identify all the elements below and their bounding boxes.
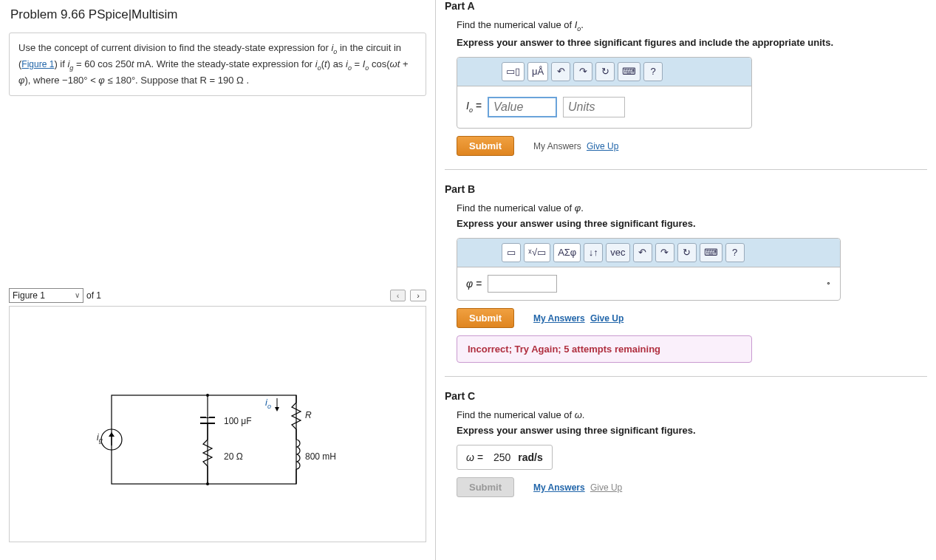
partC-answer-box: ω = 250 rad/s	[457, 445, 553, 470]
partB-prompt: Find the numerical value of φ.	[457, 202, 927, 214]
sqrt-button[interactable]: ᵡ√▭	[524, 243, 550, 262]
vec-button[interactable]: vec	[606, 243, 629, 262]
cap-label: 100 μF	[224, 416, 252, 426]
partC-eq-label: ω =	[466, 451, 483, 463]
svg-point-17	[206, 482, 209, 485]
redo-icon[interactable]: ↷	[573, 62, 592, 81]
figure-canvas: ig 100 μF 20 Ω io R 800 mH	[9, 306, 426, 542]
partB-instruction: Express your answer using three signific…	[457, 218, 927, 229]
partB-feedback: Incorrect; Try Again; 5 attempts remaini…	[457, 335, 752, 363]
partB-input-panel: ▭ ᵡ√▭ ΑΣφ ↓↑ vec ↶ ↷ ↻ ⌨ ? φ = ∘	[457, 238, 841, 301]
partA-submit-button[interactable]: Submit	[457, 136, 514, 156]
partA-instruction: Express your answer to three significant…	[457, 37, 927, 48]
keyboard-icon-b[interactable]: ⌨	[700, 243, 723, 262]
partB-degree-unit: ∘	[826, 279, 831, 288]
partC-prompt-prefix: Find the numerical value of	[457, 409, 575, 420]
partB-toolbar: ▭ ᵡ√▭ ΑΣφ ↓↑ vec ↶ ↷ ↻ ⌨ ?	[457, 239, 840, 267]
unit-angstrom-button[interactable]: μÅ	[527, 62, 548, 81]
undo-icon[interactable]: ↶	[551, 62, 570, 81]
figure-count: of 1	[86, 290, 101, 301]
redo-icon-b[interactable]: ↷	[655, 243, 674, 262]
problem-description: Use the concept of current division to f…	[9, 33, 426, 96]
partB-links: My Answers Give Up	[533, 313, 624, 324]
partB-value-input[interactable]	[488, 275, 557, 293]
partB-submit-button[interactable]: Submit	[457, 308, 514, 328]
partA-value-input[interactable]	[488, 97, 557, 117]
res-series-label: 20 Ω	[224, 451, 243, 462]
partA-give-up-link[interactable]: Give Up	[587, 141, 618, 151]
arrows-button[interactable]: ↓↑	[584, 243, 603, 262]
reset-icon[interactable]: ↻	[595, 62, 615, 81]
partB-prompt-prefix: Find the numerical value of	[457, 202, 575, 214]
figure-select[interactable]: Figure 1 ∨	[9, 288, 83, 303]
partA-eq-label: Io =	[466, 100, 482, 114]
partA-title: Part A	[445, 0, 927, 12]
source-label: ig	[97, 432, 103, 444]
help-button-b[interactable]: ?	[725, 243, 745, 262]
partC-prompt: Find the numerical value of ω.	[457, 409, 927, 420]
format-fraction-icon[interactable]: ▭▯	[502, 62, 525, 81]
partA-prompt-prefix: Find the numerical value of	[457, 19, 575, 30]
problem-title: Problem 9.66 PSpice|Multisim	[0, 0, 435, 28]
svg-marker-3	[109, 432, 115, 437]
partC-instruction: Express your answer using three signific…	[457, 425, 927, 436]
partC-my-answers-link[interactable]: My Answers	[533, 482, 585, 493]
circuit-diagram	[97, 380, 348, 506]
partC-links: My Answers Give Up	[533, 482, 622, 493]
L-label: 800 mH	[305, 451, 336, 462]
partB-eq-label: φ =	[466, 278, 482, 290]
io-label: io	[265, 397, 271, 410]
R-label: R	[305, 410, 312, 420]
partA-toolbar: ▭▯ μÅ ↶ ↷ ↻ ⌨ ?	[457, 58, 751, 86]
partA-links: My Answers Give Up	[533, 140, 618, 151]
reset-icon-b[interactable]: ↻	[677, 243, 697, 262]
undo-icon-b[interactable]: ↶	[633, 243, 652, 262]
figure-link[interactable]: Figure 1	[21, 59, 54, 69]
partC-value: 250	[493, 451, 510, 463]
format-box-icon[interactable]: ▭	[502, 243, 521, 262]
figure-select-label: Figure 1	[13, 290, 45, 301]
partC-give-up-link: Give Up	[590, 482, 622, 493]
partB-my-answers-link[interactable]: My Answers	[533, 313, 585, 324]
partA-input-panel: ▭▯ μÅ ↶ ↷ ↻ ⌨ ? Io =	[457, 57, 752, 129]
partC-units: rad/s	[518, 451, 542, 463]
partB-give-up-link[interactable]: Give Up	[590, 313, 624, 324]
partA-units-input[interactable]	[563, 97, 625, 117]
figure-prev-button: ‹	[390, 290, 406, 301]
partA-prompt: Find the numerical value of Io.	[457, 19, 927, 33]
partC-submit-button: Submit	[457, 477, 514, 497]
greek-button[interactable]: ΑΣφ	[553, 243, 581, 262]
figure-next-button[interactable]: ›	[410, 290, 426, 301]
partB-title: Part B	[445, 183, 927, 195]
svg-marker-15	[275, 407, 279, 412]
help-button[interactable]: ?	[643, 62, 663, 81]
chevron-down-icon: ∨	[75, 291, 80, 299]
svg-point-16	[206, 394, 209, 397]
keyboard-icon[interactable]: ⌨	[618, 62, 640, 81]
partC-title: Part C	[445, 390, 927, 402]
partA-my-answers-link[interactable]: My Answers	[533, 141, 581, 151]
